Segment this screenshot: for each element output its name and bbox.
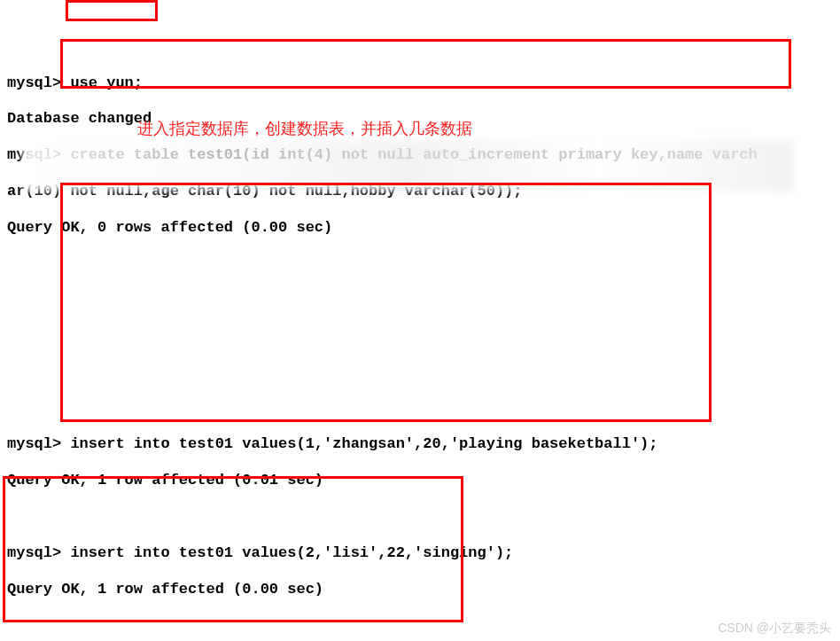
terminal-line bbox=[7, 363, 840, 381]
watermark: CSDN @小艺要秃头 bbox=[718, 621, 831, 636]
terminal-line bbox=[7, 291, 840, 309]
terminal-line: mysql> insert into test01 values(1,'zhan… bbox=[7, 435, 840, 453]
annotation-text: 进入指定数据库，创建数据表，并插入几条数据 bbox=[137, 120, 472, 139]
terminal-line bbox=[7, 400, 840, 418]
terminal-line: Query OK, 1 row affected (0.00 sec) bbox=[7, 581, 840, 598]
terminal-line: Query OK, 0 rows affected (0.00 sec) bbox=[7, 219, 840, 237]
terminal-line: mysql> insert into test01 values(2,'lisi… bbox=[7, 544, 840, 562]
terminal-line bbox=[7, 616, 840, 634]
terminal-line bbox=[7, 254, 840, 272]
terminal-line bbox=[7, 508, 840, 526]
highlight-box-use-yun bbox=[66, 0, 158, 21]
terminal-line bbox=[7, 327, 840, 345]
terminal-line: mysql> use yun; bbox=[7, 74, 840, 92]
smudge-overlay bbox=[22, 140, 793, 192]
terminal-line: Query OK, 1 row affected (0.01 sec) bbox=[7, 472, 840, 489]
